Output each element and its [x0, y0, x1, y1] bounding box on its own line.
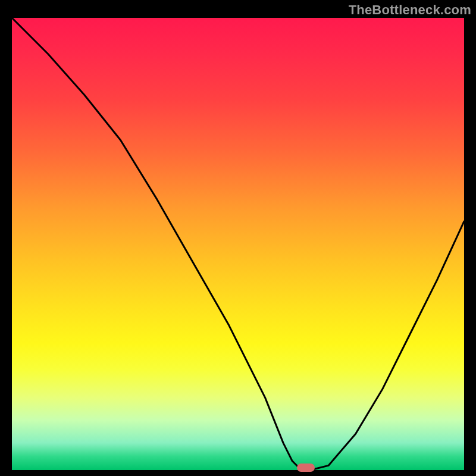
- optimal-marker: [297, 464, 315, 472]
- bottleneck-curve-path: [12, 18, 464, 470]
- plot-area: [12, 18, 464, 470]
- chart-frame: TheBottleneck.com: [0, 0, 476, 476]
- watermark-text: TheBottleneck.com: [349, 2, 471, 18]
- curve-layer: [12, 18, 464, 470]
